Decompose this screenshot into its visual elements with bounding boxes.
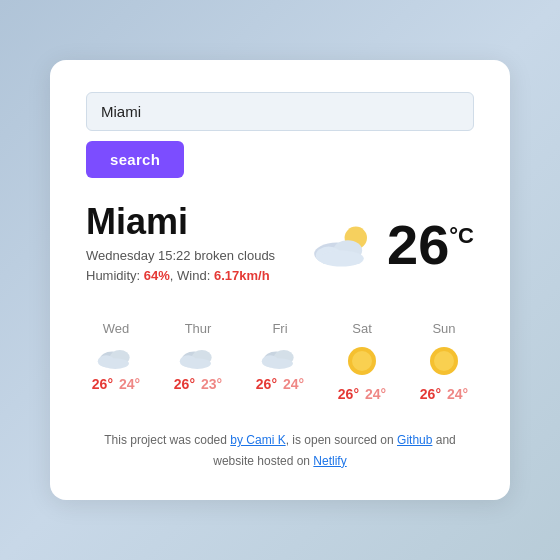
forecast-icon-fri [261,342,299,370]
svg-point-16 [266,358,293,369]
low-thur: 23° [201,376,222,392]
search-button[interactable]: search [86,141,184,178]
search-input[interactable] [86,92,474,131]
day-temps-thur: 26° 23° [174,376,222,392]
weather-right: 26°C [311,217,474,273]
day-label-fri: Fri [272,321,287,336]
forecast-day-thur: Thur 26° 23° [168,321,228,402]
forecast-day-sun: Sun 26° 24° [414,321,474,402]
high-fri: 26° [256,376,277,392]
forecast-icon-thur [179,342,217,370]
svg-point-18 [352,351,372,371]
svg-point-4 [319,250,364,266]
wind-value: 6.17km/h [214,268,270,283]
low-sat: 24° [365,386,386,402]
day-temps-fri: 26° 24° [256,376,304,392]
high-sun: 26° [420,386,441,402]
forecast-icon-wed [97,342,135,370]
forecast-day-wed: Wed 26° 24° [86,321,146,402]
forecast-icon-sun [425,342,463,380]
day-label-sat: Sat [352,321,372,336]
high-thur: 26° [174,376,195,392]
wind-label: Wind: [177,268,210,283]
forecast-day-fri: Fri 26° 24° [250,321,310,402]
day-temps-sat: 26° 24° [338,386,386,402]
temp-unit: °C [449,225,474,247]
footer-github-link[interactable]: Github [397,433,432,447]
svg-point-20 [434,351,454,371]
datetime: Wednesday 15:22 broken clouds [86,248,275,263]
svg-point-8 [102,358,129,369]
humidity-value: 64% [144,268,170,283]
weather-card: search Miami Wednesday 15:22 broken clou… [50,60,510,500]
main-weather-icon [311,223,375,267]
day-temps-wed: 26° 24° [92,376,140,392]
day-label-sun: Sun [432,321,455,336]
footer-netlify-link[interactable]: Netlify [313,454,346,468]
city-info: Miami Wednesday 15:22 broken clouds Humi… [86,202,275,287]
forecast-icon-sat [343,342,381,380]
temp-value: 26 [387,217,449,273]
low-sun: 24° [447,386,468,402]
day-label-wed: Wed [103,321,130,336]
low-wed: 24° [119,376,140,392]
humidity-label: Humidity: [86,268,140,283]
main-temperature: 26°C [387,217,474,273]
city-detail: Wednesday 15:22 broken clouds Humidity: … [86,246,275,288]
footer-text-before: This project was coded [104,433,230,447]
footer-author-link[interactable]: by Cami K [230,433,285,447]
search-section: search [86,92,474,178]
forecast-day-sat: Sat 26° 24° [332,321,392,402]
low-fri: 24° [283,376,304,392]
svg-point-12 [184,358,211,369]
high-wed: 26° [92,376,113,392]
day-label-thur: Thur [185,321,212,336]
day-temps-sun: 26° 24° [420,386,468,402]
footer: This project was coded by Cami K, is ope… [86,430,474,471]
weather-main: Miami Wednesday 15:22 broken clouds Humi… [86,202,474,287]
high-sat: 26° [338,386,359,402]
footer-text-middle: , is open sourced on [286,433,397,447]
forecast-section: Wed 26° 24° Thur 26° 23° [86,311,474,402]
city-name: Miami [86,202,275,242]
